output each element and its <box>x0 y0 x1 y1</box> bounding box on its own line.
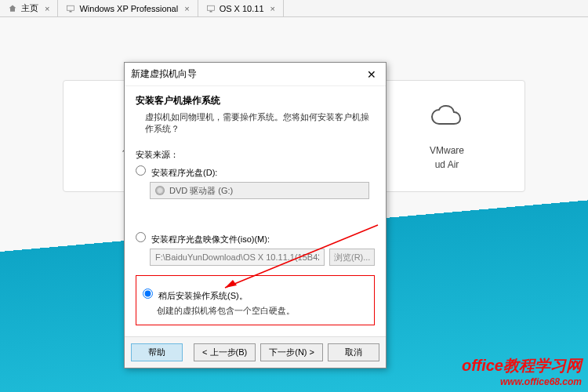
home-icon <box>8 4 17 13</box>
watermark: office教程学习网 www.office68.com <box>462 355 582 387</box>
tab-winxp[interactable]: Windows XP Professional × <box>58 0 198 16</box>
radio-disc[interactable] <box>136 165 146 176</box>
option-iso-file[interactable]: 安装程序光盘映像文件(iso)(M): <box>136 232 375 245</box>
workspace: ✚ 创建新的 VMware ud Air 新建虚拟机向导 ✕ 安装客户机操作系统… <box>0 17 588 392</box>
close-icon[interactable]: × <box>184 4 189 13</box>
radio-later[interactable] <box>143 289 153 299</box>
source-label: 安装来源： <box>136 149 375 161</box>
tab-label: 主页 <box>21 2 38 14</box>
dialog-footer: 帮助 < 上一步(B) 下一步(N) > 取消 <box>125 336 386 368</box>
disc-drive-dropdown[interactable]: DVD 驱动器 (G:) <box>150 182 369 199</box>
close-icon[interactable]: × <box>270 4 275 13</box>
card-label-1: VMware <box>393 143 501 158</box>
cloud-icon <box>393 100 501 136</box>
monitor-icon <box>206 4 216 13</box>
drive-value: DVD 驱动器 (G:) <box>169 185 233 197</box>
next-button[interactable]: 下一步(N) > <box>260 343 323 361</box>
radio-iso[interactable] <box>136 232 146 242</box>
dialog-body: 安装来源： 安装程序光盘(D): DVD 驱动器 (G:) 安装程序光盘映像文件… <box>125 143 386 336</box>
help-button[interactable]: 帮助 <box>131 343 183 361</box>
tab-label: Windows XP Professional <box>79 4 178 13</box>
watermark-url: www.office68.com <box>462 376 582 387</box>
svg-rect-1 <box>70 11 72 13</box>
cancel-button[interactable]: 取消 <box>328 343 379 361</box>
svg-rect-0 <box>67 5 74 10</box>
iso-path-input[interactable] <box>150 249 325 266</box>
header-title: 安装客户机操作系统 <box>136 94 375 107</box>
tab-bar: 主页 × Windows XP Professional × OS X 10.1… <box>0 0 588 17</box>
monitor-icon <box>66 4 75 13</box>
close-icon[interactable]: × <box>45 4 49 13</box>
svg-rect-2 <box>207 5 214 10</box>
card-vmware-cloud[interactable]: VMware ud Air <box>368 80 525 192</box>
dialog-header: 安装客户机操作系统 虚拟机如同物理机，需要操作系统。您将如何安装客户机操作系统？ <box>125 86 386 143</box>
option-installer-disc[interactable]: 安装程序光盘(D): <box>136 165 375 179</box>
cd-icon <box>155 186 165 195</box>
dialog-titlebar: 新建虚拟机向导 ✕ <box>125 63 386 86</box>
later-description: 创建的虚拟机将包含一个空白硬盘。 <box>157 305 368 317</box>
dialog-title: 新建虚拟机向导 <box>131 67 197 81</box>
new-vm-wizard-dialog: 新建虚拟机向导 ✕ 安装客户机操作系统 虚拟机如同物理机，需要操作系统。您将如何… <box>124 62 387 368</box>
option-install-later[interactable]: 稍后安装操作系统(S)。 <box>143 289 368 302</box>
browse-button[interactable]: 浏览(R)... <box>329 249 375 266</box>
back-button[interactable]: < 上一步(B) <box>194 343 256 361</box>
close-icon[interactable]: ✕ <box>364 68 379 81</box>
svg-marker-5 <box>225 280 237 288</box>
option-label: 安装程序光盘(D): <box>151 168 217 177</box>
option-label: 稍后安装操作系统(S)。 <box>158 291 248 300</box>
watermark-text: office教程学习网 <box>462 357 582 374</box>
svg-rect-3 <box>209 11 212 13</box>
highlight-box: 稍后安装操作系统(S)。 创建的虚拟机将包含一个空白硬盘。 <box>136 275 375 325</box>
header-subtitle: 虚拟机如同物理机，需要操作系统。您将如何安装客户机操作系统？ <box>136 111 375 135</box>
tab-label: OS X 10.11 <box>220 4 264 13</box>
card-label-2: ud Air <box>393 158 501 172</box>
option-label: 安装程序光盘映像文件(iso)(M): <box>151 234 270 244</box>
tab-home[interactable]: 主页 × <box>0 0 58 16</box>
tab-osx[interactable]: OS X 10.11 × <box>198 0 284 16</box>
